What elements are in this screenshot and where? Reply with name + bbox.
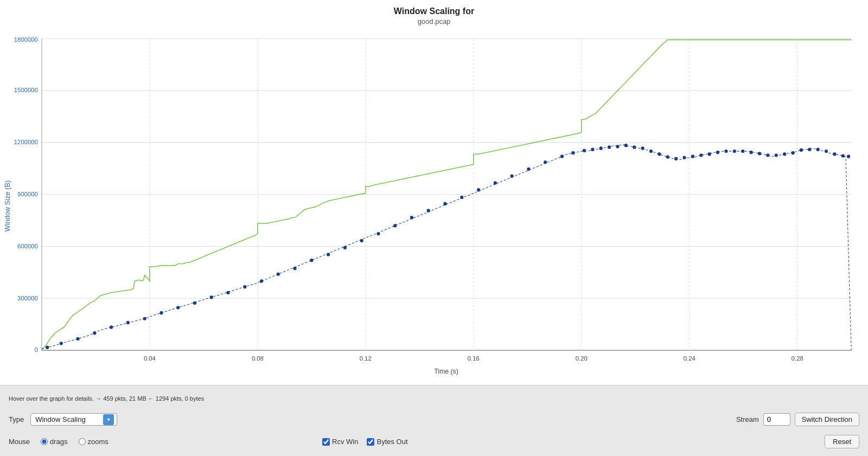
svg-text:900000: 900000 [17, 191, 38, 197]
hover-info: Hover over the graph for details. → 459 … [9, 393, 859, 404]
svg-point-35 [93, 331, 96, 335]
svg-point-48 [310, 259, 313, 262]
type-select[interactable]: Window Scaling Throughput RTT [30, 413, 117, 426]
svg-point-75 [666, 155, 669, 158]
svg-point-87 [766, 153, 769, 157]
svg-point-51 [360, 239, 363, 242]
svg-text:0.08: 0.08 [252, 355, 264, 362]
svg-point-61 [527, 168, 530, 171]
svg-point-90 [791, 151, 794, 155]
svg-point-81 [716, 151, 719, 154]
svg-point-92 [808, 147, 811, 151]
svg-text:300000: 300000 [17, 294, 38, 301]
stream-input[interactable] [763, 413, 790, 426]
mouse-zooms-label[interactable]: zooms [79, 438, 108, 446]
type-label: Type [9, 415, 24, 423]
svg-point-89 [783, 152, 786, 156]
stream-input-wrapper [763, 413, 790, 426]
svg-point-72 [641, 146, 644, 150]
mouse-drags-radio[interactable] [41, 438, 48, 445]
svg-point-44 [243, 285, 246, 288]
rcv-win-checkbox[interactable] [322, 438, 330, 446]
svg-point-59 [494, 181, 497, 184]
svg-point-76 [674, 157, 678, 160]
svg-point-40 [176, 306, 180, 309]
svg-point-69 [616, 145, 619, 148]
chart-svg-container: Window Size (B) 0 300000 600000 900000 1… [0, 27, 868, 385]
svg-point-46 [277, 272, 280, 275]
svg-point-91 [800, 149, 803, 152]
svg-text:1800000: 1800000 [14, 36, 38, 42]
svg-point-77 [682, 156, 686, 159]
rcv-win-label[interactable]: Rcv Win [322, 438, 358, 446]
svg-point-50 [343, 246, 347, 249]
svg-text:Window Size (B): Window Size (B) [4, 181, 12, 232]
svg-point-94 [825, 150, 828, 153]
svg-point-84 [741, 150, 744, 153]
bottom-bar: Hover over the graph for details. → 459 … [0, 386, 868, 456]
svg-point-60 [510, 174, 514, 177]
svg-point-53 [393, 224, 397, 227]
svg-point-82 [724, 150, 727, 153]
mouse-zooms-radio[interactable] [79, 438, 86, 445]
svg-point-96 [841, 154, 845, 157]
svg-point-62 [544, 160, 547, 164]
svg-point-86 [758, 152, 761, 155]
bytes-out-checkbox[interactable] [367, 438, 374, 446]
svg-text:0.04: 0.04 [144, 355, 156, 362]
svg-point-38 [143, 317, 146, 320]
bytes-out-label[interactable]: Bytes Out [367, 438, 407, 446]
svg-point-57 [460, 196, 463, 199]
svg-text:Time (s): Time (s) [434, 368, 458, 375]
svg-text:1200000: 1200000 [14, 139, 38, 145]
svg-point-78 [691, 155, 694, 158]
svg-text:0: 0 [34, 346, 37, 353]
svg-point-33 [60, 342, 63, 345]
switch-direction-button[interactable]: Switch Direction [795, 413, 859, 426]
svg-text:1500000: 1500000 [14, 87, 38, 93]
controls-row2: Mouse drags zooms Rcv Win Bytes Out Rese… [9, 435, 859, 448]
svg-point-56 [443, 202, 446, 205]
svg-point-65 [583, 149, 586, 152]
svg-point-83 [733, 150, 736, 153]
chart-title: Window Scaling for [0, 0, 868, 16]
svg-point-64 [571, 151, 575, 155]
svg-point-73 [649, 150, 653, 153]
svg-point-68 [608, 145, 611, 149]
mouse-drags-label[interactable]: drags [41, 438, 68, 446]
svg-point-66 [591, 147, 594, 151]
svg-point-36 [110, 325, 113, 329]
svg-point-41 [193, 301, 196, 305]
stream-section: Stream Switch Direction [736, 413, 859, 426]
svg-text:0.24: 0.24 [684, 355, 696, 362]
mouse-label: Mouse [9, 438, 30, 446]
chart-area: Window Scaling for good.pcap Window Size… [0, 0, 868, 386]
svg-text:0.28: 0.28 [792, 355, 803, 362]
svg-point-34 [76, 337, 80, 341]
svg-point-49 [327, 253, 330, 256]
svg-text:0.20: 0.20 [576, 355, 588, 362]
svg-point-95 [833, 152, 836, 156]
svg-point-74 [658, 152, 661, 156]
svg-point-93 [816, 147, 820, 151]
svg-point-55 [427, 209, 430, 212]
svg-point-39 [159, 311, 163, 314]
controls-row1: Type Window Scaling Throughput RTT Strea… [9, 413, 859, 426]
svg-point-32 [46, 346, 49, 349]
svg-point-58 [477, 188, 480, 191]
svg-point-85 [750, 151, 753, 154]
svg-point-70 [624, 144, 628, 147]
svg-point-45 [260, 279, 263, 282]
reset-button[interactable]: Reset [825, 435, 859, 448]
stream-label: Stream [736, 415, 759, 423]
svg-point-54 [410, 216, 413, 219]
svg-text:600000: 600000 [17, 243, 38, 249]
svg-point-97 [847, 155, 850, 158]
svg-point-43 [226, 291, 229, 294]
svg-point-37 [126, 321, 130, 324]
svg-point-80 [708, 152, 711, 156]
svg-point-52 [376, 232, 380, 235]
type-select-wrapper: Window Scaling Throughput RTT [30, 413, 117, 426]
svg-text:0.16: 0.16 [468, 355, 480, 362]
svg-point-47 [293, 267, 297, 270]
